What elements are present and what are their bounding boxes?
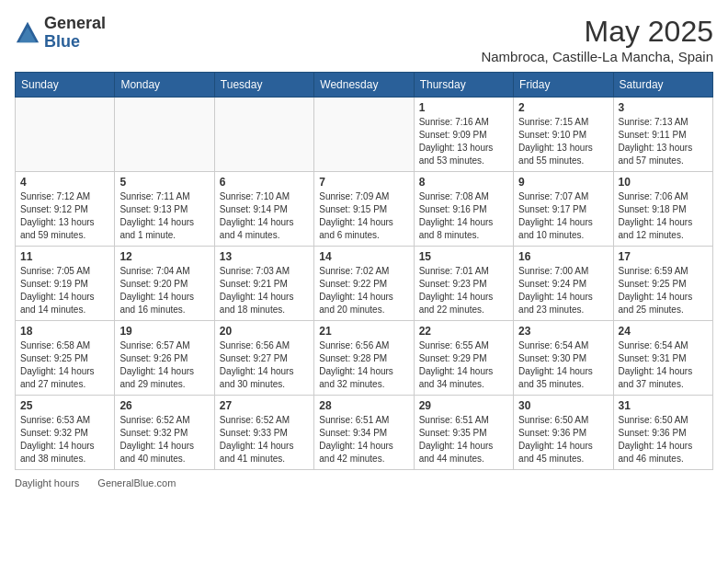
- day-info: Sunrise: 7:12 AM Sunset: 9:12 PM Dayligh…: [20, 190, 109, 242]
- day-number: 27: [220, 399, 309, 412]
- day-cell-14: 14Sunrise: 7:02 AM Sunset: 9:22 PM Dayli…: [314, 247, 414, 321]
- day-number: 23: [518, 325, 608, 338]
- header-day-sunday: Sunday: [16, 73, 115, 98]
- day-info: Sunrise: 7:02 AM Sunset: 9:22 PM Dayligh…: [319, 265, 408, 316]
- day-cell-8: 8Sunrise: 7:08 AM Sunset: 9:16 PM Daylig…: [414, 172, 513, 247]
- day-cell-27: 27Sunrise: 6:52 AM Sunset: 9:33 PM Dayli…: [214, 396, 313, 470]
- day-number: 5: [119, 176, 209, 189]
- calendar-body: 1Sunrise: 7:16 AM Sunset: 9:09 PM Daylig…: [16, 98, 713, 470]
- day-info: Sunrise: 7:04 AM Sunset: 9:20 PM Dayligh…: [119, 265, 209, 316]
- day-info: Sunrise: 7:15 AM Sunset: 9:10 PM Dayligh…: [518, 116, 608, 167]
- title-area: May 2025 Nambroca, Castille-La Mancha, S…: [481, 15, 713, 64]
- day-info: Sunrise: 7:13 AM Sunset: 9:11 PM Dayligh…: [619, 116, 708, 167]
- footer: Daylight hours GeneralBlue.com: [15, 477, 713, 488]
- header-day-friday: Friday: [514, 73, 613, 98]
- day-cell-empty: [314, 98, 414, 172]
- day-number: 18: [20, 325, 109, 338]
- day-number: 13: [220, 250, 309, 263]
- day-number: 8: [419, 176, 508, 189]
- day-info: Sunrise: 7:09 AM Sunset: 9:15 PM Dayligh…: [319, 190, 408, 242]
- day-cell-30: 30Sunrise: 6:50 AM Sunset: 9:36 PM Dayli…: [514, 396, 613, 470]
- day-cell-5: 5Sunrise: 7:11 AM Sunset: 9:13 PM Daylig…: [115, 172, 214, 247]
- day-cell-6: 6Sunrise: 7:10 AM Sunset: 9:14 PM Daylig…: [214, 172, 313, 247]
- day-cell-19: 19Sunrise: 6:57 AM Sunset: 9:26 PM Dayli…: [115, 321, 214, 396]
- day-info: Sunrise: 6:52 AM Sunset: 9:32 PM Dayligh…: [119, 414, 209, 465]
- day-info: Sunrise: 6:50 AM Sunset: 9:36 PM Dayligh…: [518, 414, 608, 465]
- day-info: Sunrise: 7:16 AM Sunset: 9:09 PM Dayligh…: [419, 116, 508, 167]
- header-day-thursday: Thursday: [414, 73, 513, 98]
- day-info: Sunrise: 7:01 AM Sunset: 9:23 PM Dayligh…: [419, 265, 508, 316]
- day-info: Sunrise: 7:11 AM Sunset: 9:13 PM Dayligh…: [119, 190, 209, 242]
- day-cell-26: 26Sunrise: 6:52 AM Sunset: 9:32 PM Dayli…: [115, 396, 214, 470]
- logo-icon: [15, 20, 40, 46]
- day-cell-29: 29Sunrise: 6:51 AM Sunset: 9:35 PM Dayli…: [414, 396, 513, 470]
- day-cell-2: 2Sunrise: 7:15 AM Sunset: 9:10 PM Daylig…: [514, 98, 613, 172]
- header-day-monday: Monday: [115, 73, 214, 98]
- day-cell-21: 21Sunrise: 6:56 AM Sunset: 9:28 PM Dayli…: [314, 321, 414, 396]
- calendar-header: SundayMondayTuesdayWednesdayThursdayFrid…: [16, 73, 713, 98]
- day-cell-9: 9Sunrise: 7:07 AM Sunset: 9:17 PM Daylig…: [514, 172, 613, 247]
- day-cell-10: 10Sunrise: 7:06 AM Sunset: 9:18 PM Dayli…: [613, 172, 712, 247]
- day-number: 25: [20, 399, 109, 412]
- day-number: 28: [319, 399, 408, 412]
- day-cell-7: 7Sunrise: 7:09 AM Sunset: 9:15 PM Daylig…: [314, 172, 414, 247]
- day-info: Sunrise: 6:59 AM Sunset: 9:25 PM Dayligh…: [619, 265, 708, 316]
- week-row-2: 11Sunrise: 7:05 AM Sunset: 9:19 PM Dayli…: [16, 247, 713, 321]
- day-info: Sunrise: 6:55 AM Sunset: 9:29 PM Dayligh…: [419, 339, 508, 391]
- page-container: General Blue May 2025 Nambroca, Castille…: [15, 15, 713, 488]
- day-number: 22: [419, 325, 508, 338]
- day-cell-1: 1Sunrise: 7:16 AM Sunset: 9:09 PM Daylig…: [414, 98, 513, 172]
- day-number: 15: [419, 250, 508, 263]
- day-number: 21: [319, 325, 408, 338]
- day-number: 6: [220, 176, 309, 189]
- week-row-1: 4Sunrise: 7:12 AM Sunset: 9:12 PM Daylig…: [16, 172, 713, 247]
- day-number: 24: [619, 325, 708, 338]
- day-cell-empty: [115, 98, 214, 172]
- day-info: Sunrise: 6:54 AM Sunset: 9:30 PM Dayligh…: [518, 339, 608, 391]
- header-day-saturday: Saturday: [613, 73, 712, 98]
- header-row: SundayMondayTuesdayWednesdayThursdayFrid…: [16, 73, 713, 98]
- day-number: 14: [319, 250, 408, 263]
- day-info: Sunrise: 6:58 AM Sunset: 9:25 PM Dayligh…: [20, 339, 109, 391]
- day-number: 16: [518, 250, 608, 263]
- day-number: 29: [419, 399, 508, 412]
- day-info: Sunrise: 6:53 AM Sunset: 9:32 PM Dayligh…: [20, 414, 109, 465]
- day-number: 12: [119, 250, 209, 263]
- day-info: Sunrise: 7:06 AM Sunset: 9:18 PM Dayligh…: [619, 190, 708, 242]
- site-label: GeneralBlue.com: [97, 477, 176, 488]
- day-number: 3: [619, 101, 708, 114]
- day-cell-4: 4Sunrise: 7:12 AM Sunset: 9:12 PM Daylig…: [16, 172, 115, 247]
- day-number: 7: [319, 176, 408, 189]
- week-row-4: 25Sunrise: 6:53 AM Sunset: 9:32 PM Dayli…: [16, 396, 713, 470]
- logo: General Blue: [15, 15, 106, 52]
- day-cell-20: 20Sunrise: 6:56 AM Sunset: 9:27 PM Dayli…: [214, 321, 313, 396]
- day-number: 11: [20, 250, 109, 263]
- day-info: Sunrise: 6:57 AM Sunset: 9:26 PM Dayligh…: [119, 339, 209, 391]
- day-cell-17: 17Sunrise: 6:59 AM Sunset: 9:25 PM Dayli…: [613, 247, 712, 321]
- header-day-tuesday: Tuesday: [214, 73, 313, 98]
- logo-blue: Blue: [44, 33, 106, 52]
- day-number: 9: [518, 176, 608, 189]
- day-number: 2: [518, 101, 608, 114]
- day-cell-empty: [214, 98, 313, 172]
- day-cell-28: 28Sunrise: 6:51 AM Sunset: 9:34 PM Dayli…: [314, 396, 414, 470]
- day-number: 1: [419, 101, 508, 114]
- day-cell-22: 22Sunrise: 6:55 AM Sunset: 9:29 PM Dayli…: [414, 321, 513, 396]
- main-title: May 2025: [481, 15, 713, 49]
- logo-general: General: [44, 15, 106, 33]
- day-number: 19: [119, 325, 209, 338]
- day-cell-25: 25Sunrise: 6:53 AM Sunset: 9:32 PM Dayli…: [16, 396, 115, 470]
- day-info: Sunrise: 7:03 AM Sunset: 9:21 PM Dayligh…: [220, 265, 309, 316]
- day-number: 20: [220, 325, 309, 338]
- subtitle: Nambroca, Castille-La Mancha, Spain: [481, 49, 713, 64]
- day-info: Sunrise: 6:50 AM Sunset: 9:36 PM Dayligh…: [619, 414, 708, 465]
- day-number: 26: [119, 399, 209, 412]
- day-info: Sunrise: 6:51 AM Sunset: 9:34 PM Dayligh…: [319, 414, 408, 465]
- day-info: Sunrise: 7:10 AM Sunset: 9:14 PM Dayligh…: [220, 190, 309, 242]
- day-cell-12: 12Sunrise: 7:04 AM Sunset: 9:20 PM Dayli…: [115, 247, 214, 321]
- header: General Blue May 2025 Nambroca, Castille…: [15, 15, 713, 64]
- day-info: Sunrise: 7:07 AM Sunset: 9:17 PM Dayligh…: [518, 190, 608, 242]
- week-row-0: 1Sunrise: 7:16 AM Sunset: 9:09 PM Daylig…: [16, 98, 713, 172]
- day-cell-31: 31Sunrise: 6:50 AM Sunset: 9:36 PM Dayli…: [613, 396, 712, 470]
- header-day-wednesday: Wednesday: [314, 73, 414, 98]
